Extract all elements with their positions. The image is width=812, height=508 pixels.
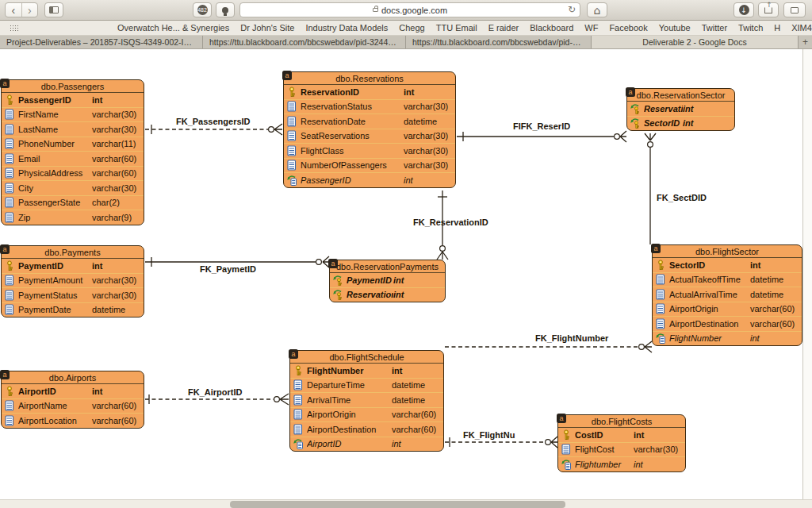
vertical-scrollbar[interactable] (802, 49, 812, 499)
table-row[interactable]: SectorIDint (653, 258, 802, 272)
table-row[interactable]: AirportIDint (290, 437, 443, 452)
table-row[interactable]: FlightNumberint (290, 364, 443, 378)
table-row[interactable]: AirportDestinationvarchar(60) (653, 316, 802, 331)
table-row[interactable]: PaymentDatedatetime (2, 302, 144, 318)
table-row[interactable]: AirportOriginvarchar(60) (653, 302, 802, 317)
column-name: AirportLocation (18, 416, 92, 425)
column-type: varchar(60) (92, 154, 140, 164)
table-dbo-payments[interactable]: a dbo.Payments PaymentIDintPaymentAmount… (1, 245, 144, 318)
table-row[interactable]: PaymentIDint (330, 273, 445, 287)
table-row[interactable]: DepartureTimedatetime (290, 378, 443, 393)
bookmark-item[interactable]: Chegg (399, 23, 424, 33)
table-dbo-reservationpayments[interactable]: a dbo.ReservationPayments PaymentIDintRe… (329, 260, 446, 302)
home-button[interactable]: ⌂ (587, 2, 607, 17)
table-dbo-passengers[interactable]: a dbo.Passengers PassengerIDintFirstName… (1, 79, 144, 225)
bookmark-item[interactable]: Blackboard (530, 23, 573, 33)
share-button[interactable]: ↑ (758, 2, 779, 17)
table-row[interactable]: SeatReservationsvarchar(30) (284, 129, 455, 144)
bookmark-item[interactable]: Twitter (702, 23, 727, 33)
table-row[interactable]: PassengerStatechar(2) (2, 195, 144, 210)
table-row[interactable]: ArrivalTimedatetime (290, 392, 443, 407)
table-row[interactable]: CostIDint (558, 428, 685, 442)
reload-icon[interactable]: ↻ (568, 4, 576, 15)
table-row[interactable]: NumberOfPassengersvarchar(30) (284, 158, 455, 173)
table-row[interactable]: PaymentStatusvarchar(30) (2, 287, 144, 302)
table-row[interactable]: ActualArrivalTimedatetime (653, 287, 802, 302)
horizontal-scrollbar[interactable] (0, 499, 812, 508)
new-tab-button[interactable]: + (799, 36, 812, 48)
bookmark-item[interactable]: Facebook (609, 23, 647, 33)
table-row[interactable]: FlightNumberint (653, 331, 802, 346)
table-row[interactable]: PassengerIDint (2, 93, 144, 107)
extension-badge: 482 (197, 5, 208, 15)
table-row[interactable]: AirportOriginvarchar(60) (290, 407, 443, 422)
tab-overview-button[interactable] (783, 2, 806, 17)
table-dbo-airports[interactable]: a dbo.Airports AirportIDintAirportNameva… (1, 371, 144, 429)
column-name: NumberOfPassengers (301, 160, 404, 170)
table-dbo-flightcosts[interactable]: a dbo.FlightCosts CostIDintFlightCostvar… (557, 414, 686, 472)
table-row[interactable]: SectorIDint (627, 116, 734, 131)
bookmark-item[interactable]: Youtube (659, 23, 691, 33)
extension-button[interactable]: 482 (193, 2, 212, 17)
bookmarks-grid-icon[interactable] (10, 25, 19, 32)
column-name: AirportID (18, 387, 92, 396)
table-row[interactable]: FlightCostvarchar(30) (558, 442, 685, 457)
back-button[interactable]: ‹ (6, 3, 21, 17)
table-row[interactable]: ActualTakeoffTimedatetime (653, 272, 802, 287)
lightbulb-extension-button[interactable] (216, 2, 235, 17)
table-row[interactable]: ReservationIDint (284, 85, 455, 99)
address-bar[interactable]: docs.google.com ↻ (239, 2, 580, 17)
table-row[interactable]: PaymentAmountvarchar(30) (2, 273, 144, 288)
sidebar-button[interactable] (44, 2, 63, 17)
tab-1[interactable]: Project-Deliverables – 201857-ISQS-4349-… (0, 36, 203, 48)
table-dbo-reservationsector[interactable]: a dbo.ReservationSector ReservationIDint… (626, 88, 735, 131)
bookmark-item[interactable]: Industry Data Models (305, 23, 388, 33)
column-type: varchar(60) (392, 410, 439, 419)
column-name: FlightClass (301, 146, 404, 156)
table-row[interactable]: Cityvarchar(30) (2, 180, 144, 195)
table-row[interactable]: ReservationIDint (330, 287, 445, 302)
table-row[interactable]: ReservationStatusvarchar(30) (284, 99, 455, 114)
bookmark-item[interactable]: XIM4 (791, 23, 812, 33)
table-dbo-flightschedule[interactable]: a dbo.FlightSchedule FlightNumberintDepa… (289, 350, 444, 452)
bookmark-item[interactable]: Dr John's Site (240, 23, 294, 33)
bookmark-item[interactable]: H (774, 23, 780, 33)
bookmark-item[interactable]: TTU Email (436, 23, 477, 33)
table-row[interactable]: Zipvarchar(9) (2, 210, 144, 225)
table-row[interactable]: LastNamevarchar(30) (2, 121, 144, 137)
column-type: varchar(9) (92, 213, 140, 222)
table-dbo-reservations[interactable]: a dbo.Reservations ReservationIDintReser… (283, 71, 456, 188)
table-row[interactable]: AirportLocationvarchar(60) (2, 413, 144, 428)
primary-key-icon (561, 429, 572, 441)
table-row[interactable]: PhoneNumbervarchar(11) (2, 137, 144, 152)
table-dbo-flightsector[interactable]: a dbo.FlightSector SectorIDintActualTake… (652, 244, 802, 346)
bookmark-item[interactable]: WF (584, 23, 598, 33)
table-row[interactable]: AirportDestinationvarchar(60) (290, 421, 443, 437)
horizontal-scrollbar-thumb[interactable] (230, 501, 565, 508)
table-row[interactable]: PassengerIDint (284, 172, 455, 187)
tab-3[interactable]: https://ttu.blackboard.com/bbcswebdav/pi… (406, 36, 592, 48)
table-row[interactable]: AirportIDint (2, 384, 144, 398)
table-row[interactable]: PaymentIDint (2, 259, 144, 273)
tab-title: Project-Deliverables – 201857-ISQS-4349-… (6, 37, 196, 47)
table-row[interactable]: AirportNamevarchar(60) (2, 398, 144, 414)
bookmark-item[interactable]: Overwatch He... & Synergies (117, 23, 229, 33)
table-row[interactable]: FlightClassvarchar(30) (284, 143, 455, 158)
table-row[interactable]: PhysicalAddressvarchar(60) (2, 166, 144, 181)
tab-2[interactable]: https://ttu.blackboard.com/bbcswebdav/pi… (203, 36, 406, 48)
primary-foreign-key-icon (332, 289, 343, 300)
column-icon (293, 424, 304, 435)
table-row[interactable]: FirstNamevarchar(30) (2, 107, 144, 122)
table-rows: CostIDintFlightCostvarchar(30)Flightumbe… (558, 428, 685, 471)
bookmark-item[interactable]: E raider (488, 23, 519, 33)
annotation-badge: a (651, 244, 661, 253)
table-row[interactable]: Flightumberint (558, 456, 685, 471)
tab-4[interactable]: Deliverable 2 - Google Docs (592, 36, 799, 48)
forward-button[interactable]: › (21, 3, 38, 17)
table-row[interactable]: Emailvarchar(60) (2, 151, 144, 166)
table-row[interactable]: ReservationDatedatetime (284, 114, 455, 129)
table-row[interactable]: ReservationIDint (627, 102, 734, 116)
bookmark-item[interactable]: Twitch (738, 23, 763, 33)
downloads-button[interactable]: ↓ (733, 2, 754, 17)
column-type: int (683, 118, 730, 128)
